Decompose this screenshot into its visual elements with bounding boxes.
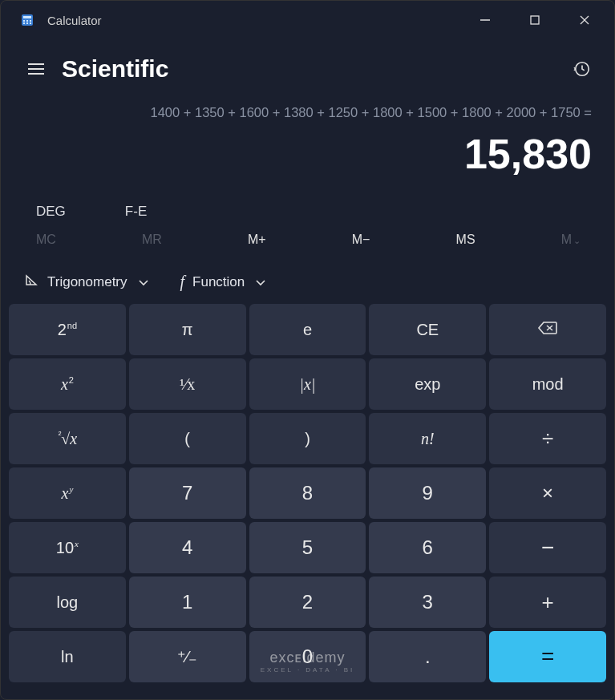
memory-row: MC MR M+ M− MS M⌄ xyxy=(1,225,614,255)
dropdown-row: Trigonometry f Function xyxy=(1,255,614,304)
memory-store-button[interactable]: MS xyxy=(456,233,475,247)
svg-rect-4 xyxy=(30,20,31,22)
digit-3-button[interactable]: 3 xyxy=(369,577,486,628)
function-icon: f xyxy=(180,273,185,291)
key-sup: 2 xyxy=(69,375,74,385)
negate-button[interactable]: ⁺⁄₋ xyxy=(129,631,246,682)
log-button[interactable]: log xyxy=(9,577,126,628)
angle-icon xyxy=(25,273,39,290)
digit-5-button[interactable]: 5 xyxy=(249,522,366,573)
key-label: |x| xyxy=(300,375,316,394)
memory-recall-button[interactable]: MR xyxy=(142,233,162,247)
titlebar: Calculator xyxy=(1,1,614,39)
digit-7-button[interactable]: 7 xyxy=(129,467,246,519)
svg-rect-3 xyxy=(26,20,28,22)
chevron-down-icon xyxy=(256,274,265,290)
ln-button[interactable]: ln xyxy=(9,631,126,682)
factorial-button[interactable]: n! xyxy=(369,413,486,464)
svg-rect-2 xyxy=(23,20,25,22)
absolute-value-button[interactable]: |x| xyxy=(249,358,366,410)
equals-button[interactable]: = xyxy=(489,631,606,682)
multiply-button[interactable]: × xyxy=(489,467,606,519)
key-label: √x xyxy=(61,430,77,447)
decimal-button[interactable]: . xyxy=(369,631,486,682)
display: 1400 + 1350 + 1600 + 1380 + 1250 + 1800 … xyxy=(1,91,614,186)
key-label: x xyxy=(62,484,69,502)
pi-button[interactable]: π xyxy=(129,304,246,355)
exp-button[interactable]: exp xyxy=(369,358,486,410)
svg-rect-7 xyxy=(30,22,31,24)
memory-clear-button[interactable]: MC xyxy=(36,233,56,247)
square-root-button[interactable]: ²√x xyxy=(9,413,126,464)
digit-1-button[interactable]: 1 xyxy=(129,577,246,628)
digit-2-button[interactable]: 2 xyxy=(249,577,366,628)
chevron-down-icon xyxy=(139,274,148,290)
ten-power-x-button[interactable]: 10x xyxy=(9,522,126,573)
key-label: x xyxy=(61,375,68,393)
svg-rect-9 xyxy=(531,16,539,24)
plus-button[interactable]: + xyxy=(489,577,606,628)
maximize-button[interactable] xyxy=(510,1,560,39)
expression-text: 1400 + 1350 + 1600 + 1380 + 1250 + 1800 … xyxy=(23,105,592,120)
keypad: 2nd π e CE x2 ¹⁄x |x| exp mod ²√x ( ) n!… xyxy=(1,304,614,690)
minimize-button[interactable] xyxy=(460,1,510,39)
key-label: 2 xyxy=(58,321,67,338)
second-function-button[interactable]: 2nd xyxy=(9,304,126,355)
key-sup: nd xyxy=(67,321,77,330)
memory-list-button[interactable]: M⌄ xyxy=(561,233,581,247)
digit-0-button[interactable]: 0 xyxy=(249,631,366,682)
backspace-button[interactable] xyxy=(489,304,606,355)
trigonometry-dropdown[interactable]: Trigonometry xyxy=(25,273,148,290)
trigonometry-label: Trigonometry xyxy=(47,274,127,290)
digit-9-button[interactable]: 9 xyxy=(369,467,486,519)
memory-list-label: M xyxy=(561,233,572,246)
reciprocal-button[interactable]: ¹⁄x xyxy=(129,358,246,410)
angle-toggle[interactable]: DEG xyxy=(36,204,66,220)
divide-button[interactable]: ÷ xyxy=(489,413,606,464)
mod-button[interactable]: mod xyxy=(489,358,606,410)
clear-entry-button[interactable]: CE xyxy=(369,304,486,355)
minus-button[interactable]: − xyxy=(489,522,606,573)
memory-subtract-button[interactable]: M− xyxy=(352,233,370,247)
history-button[interactable] xyxy=(566,53,598,85)
digit-6-button[interactable]: 6 xyxy=(369,522,486,573)
result-text: 15,830 xyxy=(23,130,592,178)
chevron-down-icon: ⌄ xyxy=(573,236,581,245)
function-dropdown[interactable]: f Function xyxy=(180,273,266,291)
key-label: n! xyxy=(421,430,435,448)
svg-rect-1 xyxy=(23,16,31,18)
toggle-row: DEG F-E xyxy=(1,186,614,225)
key-label: 10 xyxy=(56,539,74,556)
open-paren-button[interactable]: ( xyxy=(129,413,246,464)
close-paren-button[interactable]: ) xyxy=(249,413,366,464)
close-button[interactable] xyxy=(560,1,609,39)
key-sup: x xyxy=(75,539,79,548)
key-sup: y xyxy=(69,484,73,494)
menu-button[interactable] xyxy=(20,53,52,85)
notation-toggle[interactable]: F-E xyxy=(125,204,147,220)
digit-4-button[interactable]: 4 xyxy=(129,522,246,573)
svg-rect-6 xyxy=(26,22,28,24)
header: Scientific xyxy=(1,39,614,91)
backspace-icon xyxy=(537,321,558,339)
digit-8-button[interactable]: 8 xyxy=(249,467,366,519)
calculator-app-icon xyxy=(20,13,34,27)
e-button[interactable]: e xyxy=(249,304,366,355)
function-label: Function xyxy=(192,274,245,290)
mode-title: Scientific xyxy=(62,55,566,83)
x-power-y-button[interactable]: xy xyxy=(9,467,126,519)
svg-rect-5 xyxy=(23,22,25,24)
memory-add-button[interactable]: M+ xyxy=(248,233,266,247)
x-squared-button[interactable]: x2 xyxy=(9,358,126,410)
app-title: Calculator xyxy=(47,14,460,27)
